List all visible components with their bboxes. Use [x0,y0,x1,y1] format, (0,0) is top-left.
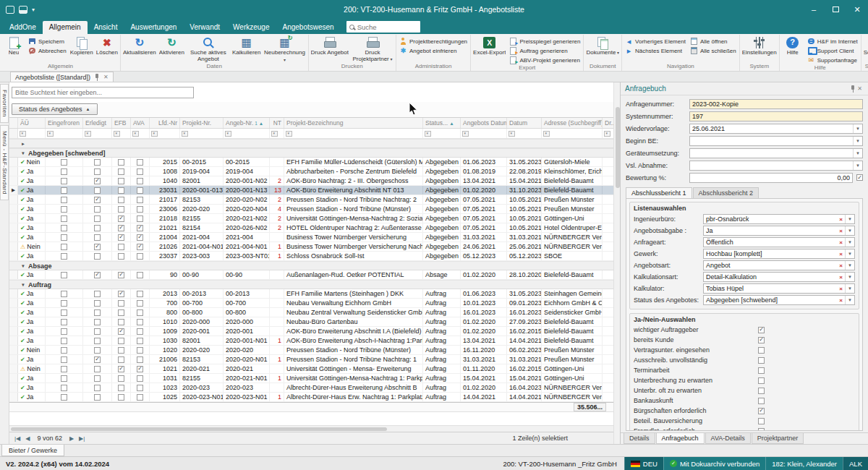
checkbox-ava[interactable] [137,347,143,354]
grid-row[interactable]: ✔Ja10082019-0042019-004Abbrucharbeiten -… [9,167,613,176]
user-segment[interactable]: 182: Klein, Alexander [765,457,843,470]
combo-angebotsabgabe[interactable]: Ja×▼ [703,226,855,236]
checkbox-efb[interactable] [118,187,124,194]
grid-row[interactable]: ✔Ja21017821532020-020-N022Preussen Stadi… [9,195,613,205]
column-header-angebots-datum[interactable]: Angebots Datum [461,118,507,128]
filter-cell-projekt-nr[interactable] [180,129,224,138]
last-page-button[interactable]: ▶| [77,435,86,442]
ribbon-button-aktualisieren[interactable]: Aktualisieren [122,35,158,63]
checkbox-erledigt[interactable] [94,197,101,203]
menu-item-werkzeuge[interactable]: Werkzeuge [226,21,276,34]
grid-row[interactable]: ✔Ja10232020-0232020-023Albrecht-Dürer-Ha… [9,383,613,393]
clear-icon[interactable]: × [837,286,845,292]
clear-icon[interactable]: × [837,251,845,257]
checkbox-ava[interactable] [137,291,143,297]
checkbox-efb[interactable] [118,178,124,184]
sheet-tab-bieter-gewerke[interactable]: Bieter / Gewerke [1,445,64,456]
checkbox-eingefroren[interactable] [61,215,67,222]
checkbox-eingefroren[interactable] [61,394,67,401]
checkbox-erledigt[interactable] [94,159,101,166]
checkbox-ava[interactable] [137,215,143,222]
ribbon-button-löschen[interactable]: Löschen [95,35,119,63]
checkbox-terminarbeit[interactable] [758,367,765,374]
checkbox-ava[interactable] [137,272,143,278]
grid-row[interactable]: ✔Ja80000-80000-800Neubau Zentral Verwalt… [9,308,613,317]
filter-cell-erledigt[interactable] [83,129,112,138]
checkbox-erledigt[interactable] [94,338,101,344]
group-row-abgegeben-schwebend[interactable]: ▾Abgegeben [schwebend] [9,148,613,158]
menu-item-allgemein[interactable]: Allgemein [43,21,88,34]
checkbox-erledigt[interactable] [94,328,101,335]
menu-item-addone[interactable]: AddOne [3,21,43,34]
checkbox-ava[interactable] [137,319,143,325]
checkbox-ava[interactable] [137,159,143,166]
checkbox-eingefroren[interactable] [61,187,67,194]
grid-row[interactable]: ✔Ja210042021-0042021-004Business Tower N… [9,233,613,242]
dropdown-icon[interactable]: ▼ [845,296,854,304]
checkbox-erledigt[interactable] [94,394,101,401]
clear-icon[interactable]: × [837,297,845,304]
filter-cell-angeb-nr[interactable] [224,129,270,138]
checkbox-erledigt[interactable] [94,385,101,391]
column-header-datum[interactable]: Datum [507,118,542,128]
checkbox-eingefroren[interactable] [61,291,67,297]
checkbox-efb[interactable] [118,291,124,297]
grid-row[interactable]: ✔Ja21006821532020-020-N011Preussen Stadi… [9,355,613,364]
checkbox-eingefroren[interactable] [61,272,67,278]
ribbon-button-neu[interactable]: Neu [1,35,26,63]
ribbon-search[interactable] [346,21,420,33]
minimize-button[interactable]: – [803,0,825,19]
grid-row[interactable]: ⚠Nein210262021-004-N012021-004-N011Busin… [9,242,613,252]
filter-cell-lfd-nr[interactable] [150,129,180,138]
column-header-angeb-nr[interactable]: Angeb-Nr.1 ▲ [224,118,270,128]
field-input[interactable]: 197 [689,111,863,121]
document-tab-angebotsliste[interactable]: Angebotsliste ([Standard]) ✕ [10,72,114,82]
menu-item-ansicht[interactable]: Ansicht [88,21,124,34]
checkbox-eingefroren[interactable] [61,328,67,335]
side-tab-menü-h&f-standard[interactable]: Menü - H&F-Standard [0,125,9,200]
checkbox-erledigt[interactable] [94,253,101,260]
group-row-absage[interactable]: ▾Absage [9,261,613,270]
checkbox-fremdlst-erforderlich[interactable] [758,428,765,432]
checkbox-erledigt[interactable] [94,225,101,231]
grid-row[interactable]: ✔Ja1040820012020-001-N022AOK-Büro Nachtr… [9,176,613,186]
dropdown-icon[interactable]: ▼ [845,261,854,270]
column-header-projekt-nr[interactable]: Projekt-Nr. [180,118,224,128]
dropdown-icon[interactable]: ▼ [845,249,854,258]
checkbox-ava[interactable] [137,300,143,307]
checkbox-efb[interactable] [118,159,124,166]
clear-icon[interactable]: × [837,239,845,246]
ribbon-button-auftrag-generieren[interactable]: Auftrag generieren [507,46,582,55]
checkbox-erledigt[interactable] [94,300,101,307]
checkbox-ava[interactable] [137,309,143,316]
ribbon-button-abv-projekt-generieren[interactable]: ABV-Projekt generieren [507,56,582,64]
prev-page-button[interactable]: ◀ [24,435,31,442]
combo-ingenieurbüro[interactable]: pbr-Osnabrück×▼ [703,214,855,224]
dropdown-icon[interactable]: ▼ [845,215,854,223]
checkbox-ava[interactable] [137,385,143,391]
field-combo[interactable]: ▼ [689,148,863,158]
grid-row[interactable]: ✔Nein201500-201500-2015EFH Familie Mülle… [9,158,613,167]
first-page-button[interactable]: |◀ [13,435,22,442]
checkbox-efb[interactable] [118,328,124,335]
checkbox-efb[interactable] [118,206,124,213]
grid-row[interactable]: ✔Ja10102020-0002020-000Neubau-Büro Garte… [9,317,613,327]
field-combo[interactable]: ▼ [689,161,863,171]
checkbox-eingefroren[interactable] [61,253,67,260]
ribbon-button-support-client[interactable]: Support Client [805,46,860,55]
checkbox-eingefroren[interactable] [61,356,67,363]
checkbox-efb[interactable] [118,215,124,222]
filter-cell-datum[interactable] [507,129,542,138]
field-input[interactable]: 2023-002-Kopie [689,99,863,109]
grid-row[interactable]: ✔Ja21021821542020-026-N022HOTEL Oldentru… [9,223,613,233]
column-header-projekt-bezeichnung[interactable]: Projekt-Bezeichnung [284,118,423,128]
bottom-tab-ava-details[interactable]: AVA-Details [705,433,751,444]
grid-row[interactable]: ✔Ja230372023-0032023-003-NT011Schloss Os… [9,252,613,261]
checkbox-unterbrechung-zu-erwarten[interactable] [758,377,765,384]
clear-icon[interactable]: × [837,274,845,281]
horizontal-scrollbar-thumb[interactable] [11,427,387,431]
grid-row[interactable]: ✔Ja9000-9000-90Außenanlagen-Rud. Oetker … [9,270,613,280]
checkbox-erledigt[interactable] [94,309,101,316]
checkbox-efb[interactable] [118,168,124,175]
checkbox-efb[interactable] [118,319,124,325]
